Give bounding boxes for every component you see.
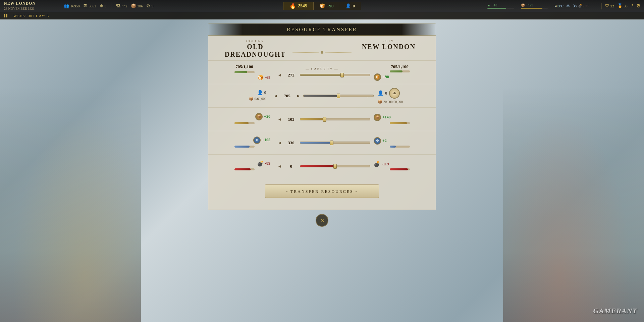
steam-slider-container[interactable]: ◀ 330: [277, 140, 367, 146]
coal-cap-bar-right: [390, 168, 410, 170]
materials-slider-arrow[interactable]: ◀: [277, 117, 282, 122]
materials-cap-bar-left: [234, 122, 255, 124]
workers-slider-right-btn[interactable]: ▶: [296, 93, 301, 98]
food-slider-track[interactable]: [300, 74, 367, 76]
capacity-center-label: — CAPACITY —: [306, 67, 338, 71]
food-icon-left: 🍞: [258, 75, 263, 80]
hud-divider: [601, 3, 602, 9]
bg-right-city: [503, 87, 644, 322]
workers-left: 👤 0 📦 0/60,000: [218, 90, 273, 102]
steam-right: ⚙ +2: [367, 137, 426, 149]
panel-title: RESOURCE TRANSFER: [287, 27, 357, 32]
stat-val-1: +18: [492, 3, 497, 7]
materials-left: 📦 +20: [218, 113, 277, 126]
connector-line-left: [292, 52, 319, 53]
steam-left: ⚙ +105: [218, 137, 277, 149]
resource-transfer-panel: RESOURCE TRANSFER COLONY OLD DREADNOUGHT…: [208, 23, 436, 227]
hud-shield-group: 🛡 22: [605, 3, 614, 8]
materials-slider-container[interactable]: ◀ 103: [277, 117, 367, 122]
coal-slider-arrow[interactable]: ◀: [277, 164, 282, 169]
hud-temperature-group: -40°C ❄ 🌬: [555, 3, 577, 9]
materials-slider-bg: [300, 118, 370, 120]
workers-5k-badge[interactable]: 5k: [389, 88, 400, 99]
city-block: CITY NEW LONDON: [352, 39, 426, 58]
hud-settings-btn[interactable]: ⚙: [636, 3, 641, 9]
hud-stat-row-2: 📦 +129: [521, 3, 551, 7]
stat-triangle: ▲: [487, 3, 491, 7]
food-slider-container[interactable]: ◀ 272: [277, 72, 367, 78]
shield-value: 22: [610, 4, 614, 8]
cold-icon: ❄: [100, 3, 103, 9]
food-slider-left-arrow[interactable]: ◀: [277, 72, 282, 77]
workers-slider-container[interactable]: ◀ 705 ▶ ▶: [273, 93, 371, 99]
food-bar-fill-left: [234, 71, 247, 73]
materials-slider-track[interactable]: [300, 118, 367, 120]
coal-slider-value: 0: [284, 164, 298, 169]
workers-left-display: 👤 0: [218, 90, 266, 96]
workers-slider-left-btn[interactable]: ◀: [273, 93, 278, 98]
hud-stat-row-1: ▲ +18: [487, 3, 518, 7]
hud-question-btn[interactable]: ?: [631, 3, 633, 9]
steam-slider-track[interactable]: [300, 142, 367, 144]
gamerant-watermark: GAMERANT: [593, 307, 637, 315]
materials-right-display: 📦 +148: [374, 114, 426, 121]
city-label: CITY: [352, 39, 426, 43]
coal-left: 💣 -89: [218, 160, 277, 172]
hud-buildings: 🏗 442: [116, 3, 127, 9]
hud-workers-change: 👤 0: [339, 2, 361, 10]
steam-right-display: ⚙ +2: [374, 137, 426, 145]
food-right: 705/1,100 🍞 +90: [367, 64, 426, 81]
population-value: 16950: [70, 4, 80, 8]
close-button-row: ✕: [208, 214, 436, 227]
coal-right: 💣 -119: [367, 161, 426, 171]
coal-slider-container[interactable]: ◀ 0: [277, 164, 367, 169]
hud-prog-bar-2: [521, 8, 548, 9]
steam-row: ⚙ +105 ◀ 330: [208, 131, 436, 154]
workers-val-right: 0: [385, 91, 387, 96]
workers-cap-left: 📦 0/60,000: [218, 97, 266, 101]
materials-cap-bar-right: [390, 122, 410, 124]
food-row: 705/1,100 🍞 -68 — CAPACITY — ◀ 272: [208, 60, 436, 84]
food-capacity-left: 705/1,100: [218, 64, 270, 69]
coal-val-left: -89: [265, 161, 270, 166]
workers-slider-fill: [304, 95, 338, 97]
materials-bar-right: [374, 122, 426, 124]
panel-body: COLONY OLD DREADNOUGHT CITY NEW LONDON 7…: [208, 36, 436, 210]
pause-button[interactable]: [4, 14, 9, 17]
food-slider-value: 272: [284, 72, 298, 78]
workers-storage-val: 0/60,000: [255, 97, 266, 101]
top-hud-bar: NEW LONDON 23 NOVEMBER 1921 👥 16950 🏚 30…: [0, 0, 644, 12]
workers-row: 👤 0 📦 0/60,000 ◀ 705 ▶: [208, 84, 436, 107]
steam-slider-fill: [300, 142, 332, 144]
city-name: NEW LONDON: [352, 43, 426, 51]
food-icon-circle-right: 🍞: [374, 73, 381, 81]
workers-storage-left: 📦 0/60,000: [249, 97, 266, 101]
steam-left-display: ⚙ +105: [218, 137, 270, 144]
food-bar-right: [390, 70, 410, 72]
steam-val-right: +2: [382, 138, 387, 143]
materials-left-display: 📦 +20: [218, 113, 270, 120]
food-center: — CAPACITY — ◀ 272: [277, 67, 367, 78]
colony-label: COLONY: [218, 39, 292, 43]
transfer-resources-button[interactable]: - TRANSFER RESOURCES -: [265, 184, 379, 198]
stat-box-icon: 📦: [521, 3, 525, 7]
materials-fill-left: [234, 122, 249, 124]
food-bar-fill-right: [390, 70, 402, 72]
workers-slider-value: 705: [280, 93, 294, 99]
steam-bar-left: [218, 145, 270, 148]
workers-storage-val-right: 20,000/50,000: [383, 100, 403, 104]
hud-bar-group-2: 📦 +129: [521, 3, 551, 9]
steam-slider-arrow[interactable]: ◀: [277, 140, 282, 145]
heat-icon: 🔥: [289, 3, 296, 9]
materials-val-left: +20: [264, 114, 270, 119]
coal-row: 💣 -89 ◀ 0: [208, 154, 436, 178]
coal-right-display: 💣 -119: [374, 161, 426, 167]
steam-fill-left: [234, 146, 250, 148]
coal-slider-track[interactable]: [300, 165, 367, 167]
coal-left-display: 💣 -89: [218, 160, 270, 167]
steam-fill-right: [390, 146, 396, 148]
workers-slider-track[interactable]: [303, 95, 364, 97]
close-button[interactable]: ✕: [316, 214, 328, 227]
coal-val-right: -119: [382, 162, 389, 167]
workers-change-icon: 👤: [345, 3, 351, 9]
